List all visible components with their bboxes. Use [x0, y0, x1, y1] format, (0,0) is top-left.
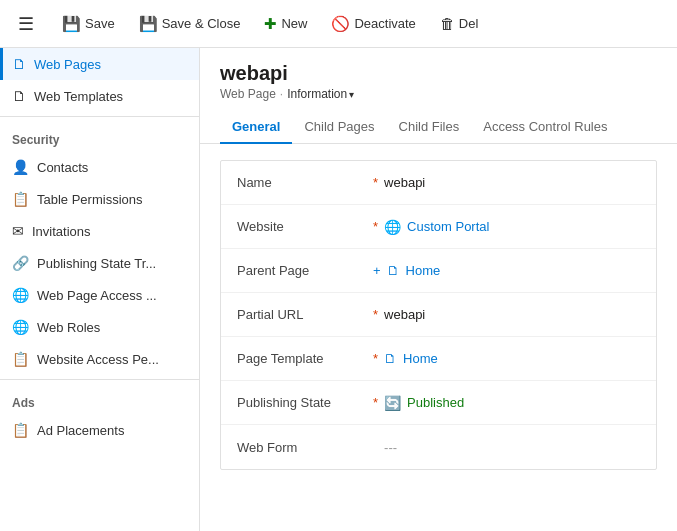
required-indicator-parent-page: + [373, 263, 381, 278]
breadcrumb-section-label: Information [287, 87, 347, 101]
save-icon: 💾 [62, 15, 81, 33]
required-indicator-website: * [373, 219, 378, 234]
field-label-parent-page: Parent Page [237, 263, 367, 278]
required-indicator-publishing-state: * [373, 395, 378, 410]
page-icon-template: 🗋 [384, 351, 397, 366]
page-icon-parent: 🗋 [387, 263, 400, 278]
web-roles-icon: 🌐 [12, 319, 29, 335]
web-templates-icon: 🗋 [12, 88, 26, 104]
sidebar-item-label: Ad Placements [37, 423, 124, 438]
table-permissions-icon: 📋 [12, 191, 29, 207]
contacts-icon: 👤 [12, 159, 29, 175]
delete-icon: 🗑 [440, 15, 455, 32]
web-page-access-icon: 🌐 [12, 287, 29, 303]
sidebar-item-ad-placements[interactable]: 📋 Ad Placements [0, 414, 199, 446]
sidebar-item-label: Web Page Access ... [37, 288, 157, 303]
field-label-name: Name [237, 175, 367, 190]
page-template-link-text: Home [403, 351, 438, 366]
field-value-name: webapi [384, 175, 640, 190]
sidebar-item-web-page-access[interactable]: 🌐 Web Page Access ... [0, 279, 199, 311]
save-button[interactable]: 💾 Save [52, 9, 125, 39]
tab-child-pages[interactable]: Child Pages [292, 111, 386, 144]
form-container: Name * webapi Website * 🌐 Custom Portal … [220, 160, 657, 470]
delete-button[interactable]: 🗑 Del [430, 9, 489, 38]
sidebar-item-label: Web Roles [37, 320, 100, 335]
field-label-website: Website [237, 219, 367, 234]
sidebar-item-table-permissions[interactable]: 📋 Table Permissions [0, 183, 199, 215]
save-close-label: Save & Close [162, 16, 241, 31]
breadcrumb-separator: · [280, 87, 283, 101]
form-row-partial-url: Partial URL * webapi [221, 293, 656, 337]
save-close-icon: 💾 [139, 15, 158, 33]
hamburger-icon: ☰ [18, 13, 34, 35]
sidebar-divider-1 [0, 116, 199, 117]
form-row-publishing-state: Publishing State * 🔄 Published [221, 381, 656, 425]
sidebar-item-label: Web Templates [34, 89, 123, 104]
main-layout: 🗋 Web Pages 🗋 Web Templates Security 👤 C… [0, 48, 677, 531]
page-title: webapi [220, 62, 657, 85]
deactivate-label: Deactivate [354, 16, 415, 31]
field-label-publishing-state: Publishing State [237, 395, 367, 410]
published-text: Published [407, 395, 464, 410]
sidebar-divider-2 [0, 379, 199, 380]
new-button[interactable]: ✚ New [254, 9, 317, 39]
sidebar-item-web-pages[interactable]: 🗋 Web Pages [0, 48, 199, 80]
content-area: webapi Web Page · Information ▾ General … [200, 48, 677, 531]
ads-section-label: Ads [0, 384, 199, 414]
field-value-page-template[interactable]: 🗋 Home [384, 351, 640, 366]
required-indicator-page-template: * [373, 351, 378, 366]
publishing-state-icon: 🔗 [12, 255, 29, 271]
form-row-web-form: Web Form * --- [221, 425, 656, 469]
sidebar-item-label: Publishing State Tr... [37, 256, 156, 271]
sidebar-item-invitations[interactable]: ✉ Invitations [0, 215, 199, 247]
globe-icon: 🌐 [384, 219, 401, 235]
ad-placements-icon: 📋 [12, 422, 29, 438]
field-value-parent-page[interactable]: 🗋 Home [387, 263, 640, 278]
website-link-text: Custom Portal [407, 219, 489, 234]
sidebar-item-website-access[interactable]: 📋 Website Access Pe... [0, 343, 199, 375]
deactivate-icon: 🚫 [331, 15, 350, 33]
field-label-web-form: Web Form [237, 440, 367, 455]
field-value-website[interactable]: 🌐 Custom Portal [384, 219, 640, 235]
tab-general[interactable]: General [220, 111, 292, 144]
published-icon: 🔄 [384, 395, 401, 411]
parent-page-link-text: Home [406, 263, 441, 278]
form-row-website: Website * 🌐 Custom Portal [221, 205, 656, 249]
security-section-label: Security [0, 121, 199, 151]
website-access-icon: 📋 [12, 351, 29, 367]
save-close-button[interactable]: 💾 Save & Close [129, 9, 251, 39]
sidebar-item-contacts[interactable]: 👤 Contacts [0, 151, 199, 183]
form-row-name: Name * webapi [221, 161, 656, 205]
required-indicator-partial-url: * [373, 307, 378, 322]
tab-child-files[interactable]: Child Files [387, 111, 472, 144]
new-label: New [281, 16, 307, 31]
sidebar-item-publishing-state[interactable]: 🔗 Publishing State Tr... [0, 247, 199, 279]
tab-access-control[interactable]: Access Control Rules [471, 111, 619, 144]
breadcrumb-type: Web Page [220, 87, 276, 101]
web-pages-icon: 🗋 [12, 56, 26, 72]
sidebar-item-label: Web Pages [34, 57, 101, 72]
required-indicator-name: * [373, 175, 378, 190]
deactivate-button[interactable]: 🚫 Deactivate [321, 9, 425, 39]
form-row-parent-page: Parent Page + 🗋 Home [221, 249, 656, 293]
content-header: webapi Web Page · Information ▾ [200, 48, 677, 101]
toolbar: ☰ 💾 Save 💾 Save & Close ✚ New 🚫 Deactiva… [0, 0, 677, 48]
form-row-page-template: Page Template * 🗋 Home [221, 337, 656, 381]
sidebar-item-label: Website Access Pe... [37, 352, 159, 367]
new-icon: ✚ [264, 15, 277, 33]
field-label-partial-url: Partial URL [237, 307, 367, 322]
hamburger-button[interactable]: ☰ [8, 6, 44, 42]
sidebar-item-label: Invitations [32, 224, 91, 239]
sidebar: 🗋 Web Pages 🗋 Web Templates Security 👤 C… [0, 48, 200, 531]
delete-label: Del [459, 16, 479, 31]
sidebar-item-web-templates[interactable]: 🗋 Web Templates [0, 80, 199, 112]
field-label-page-template: Page Template [237, 351, 367, 366]
breadcrumb: Web Page · Information ▾ [220, 87, 657, 101]
tabs-container: General Child Pages Child Files Access C… [200, 111, 677, 144]
invitations-icon: ✉ [12, 223, 24, 239]
breadcrumb-section-dropdown[interactable]: Information ▾ [287, 87, 354, 101]
field-value-publishing-state[interactable]: 🔄 Published [384, 395, 640, 411]
sidebar-item-web-roles[interactable]: 🌐 Web Roles [0, 311, 199, 343]
field-value-partial-url: webapi [384, 307, 640, 322]
sidebar-item-label: Table Permissions [37, 192, 143, 207]
